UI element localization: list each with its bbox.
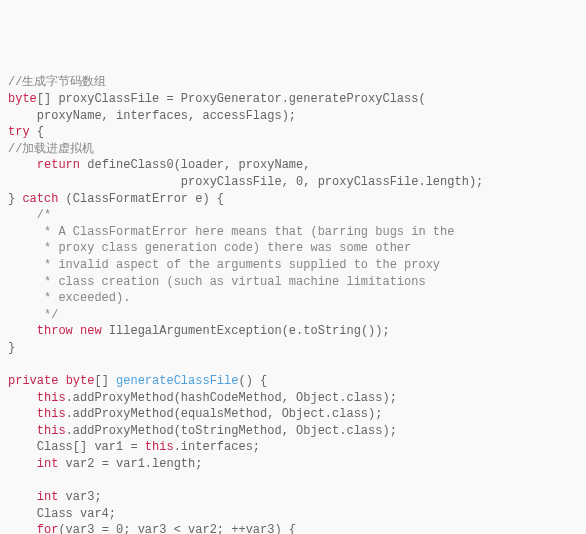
code-text: var3; [58,490,101,504]
keyword-int: int [37,457,59,471]
keyword-int: int [37,490,59,504]
keyword-catch: catch [22,192,58,206]
comment-line: /* [8,208,51,222]
code-text: .interfaces; [174,440,260,454]
code-text [58,374,65,388]
code-text: proxyName, interfaces, accessFlags); [8,109,296,123]
comment-line: * exceeded). [8,291,130,305]
code-indent [8,523,37,534]
code-indent [8,158,37,172]
code-text: Class var4; [8,507,116,521]
code-text: .addProxyMethod(toStringMethod, Object.c… [66,424,397,438]
comment-line: * proxy class generation code) there was… [8,241,411,255]
function-name: generateClassFile [116,374,238,388]
code-indent [8,490,37,504]
keyword-this: this [37,391,66,405]
keyword-return: return [37,158,80,172]
code-indent [8,424,37,438]
keyword-new: new [80,324,102,338]
code-text: IllegalArgumentException(e.toString()); [102,324,390,338]
comment-line: * class creation (such as virtual machin… [8,275,426,289]
code-text: } [8,192,22,206]
keyword-this: this [37,424,66,438]
code-text: Class[] var1 = [8,440,145,454]
code-text: var2 = var1.length; [58,457,202,471]
code-text: .addProxyMethod(equalsMethod, Object.cla… [66,407,383,421]
code-text [73,324,80,338]
comment-line: //加载进虚拟机 [8,142,94,156]
keyword-byte: byte [8,92,37,106]
code-indent [8,324,37,338]
code-text: [] [94,374,116,388]
code-block: //生成字节码数组 byte[] proxyClassFile = ProxyG… [8,74,578,534]
keyword-byte: byte [66,374,95,388]
comment-line: */ [8,308,58,322]
keyword-private: private [8,374,58,388]
code-text: .addProxyMethod(hashCodeMethod, Object.c… [66,391,397,405]
code-text: proxyClassFile, 0, proxyClassFile.length… [8,175,483,189]
code-indent [8,391,37,405]
code-text: } [8,341,15,355]
code-indent [8,457,37,471]
code-text: () { [238,374,267,388]
code-text: [] proxyClassFile = ProxyGenerator.gener… [37,92,426,106]
code-text: defineClass0(loader, proxyName, [80,158,310,172]
code-text: (ClassFormatError e) { [58,192,224,206]
keyword-throw: throw [37,324,73,338]
code-text: (var3 = 0; var3 < var2; ++var3) { [58,523,296,534]
keyword-this: this [37,407,66,421]
keyword-this: this [145,440,174,454]
comment-line: * A ClassFormatError here means that (ba… [8,225,454,239]
code-text: { [30,125,44,139]
keyword-for: for [37,523,59,534]
keyword-try: try [8,125,30,139]
code-indent [8,407,37,421]
comment-line: //生成字节码数组 [8,75,106,89]
comment-line: * invalid aspect of the arguments suppli… [8,258,440,272]
